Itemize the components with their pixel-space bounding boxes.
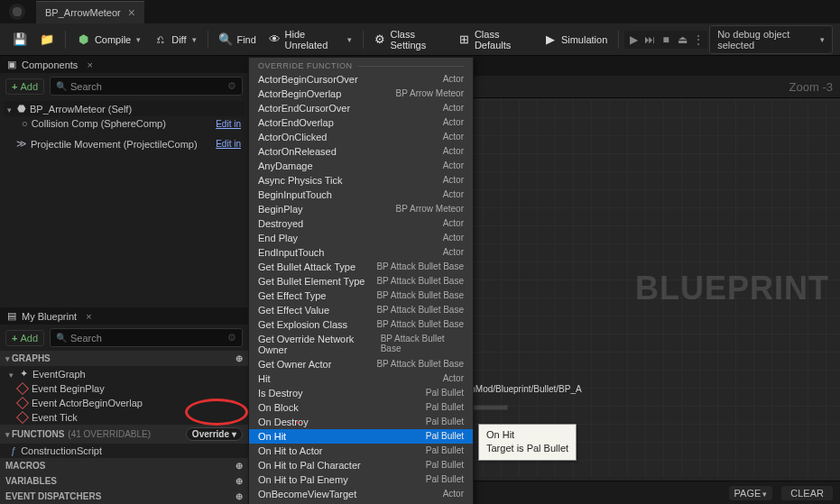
- gear-icon[interactable]: ⚙: [227, 80, 236, 92]
- override-item-get-bullet-attack-type[interactable]: Get Bullet Attack TypeBP Attack Bullet B…: [249, 260, 473, 274]
- edit-link[interactable]: Edit in: [216, 139, 241, 149]
- gear-icon[interactable]: ⚙: [227, 332, 236, 344]
- edit-link[interactable]: Edit in: [216, 119, 241, 129]
- myblueprint-header[interactable]: ▤ My Blueprint ×: [0, 307, 248, 325]
- event-beginplay[interactable]: Event BeginPlay: [0, 381, 248, 396]
- component-root[interactable]: ⬣BP_ArrowMeteor (Self): [4, 101, 245, 116]
- add-graph-button[interactable]: ⊕: [235, 353, 243, 363]
- functions-count: (41 OVERRIDABLE): [68, 429, 151, 439]
- override-item-class: Actor: [443, 117, 464, 128]
- override-item-on-hit[interactable]: On HitPal Bullet: [249, 429, 473, 444]
- event-graph-item[interactable]: ✦EventGraph: [0, 366, 248, 381]
- graphs-section[interactable]: GRAPHS⊕: [0, 351, 248, 366]
- override-item-class: Actor: [443, 160, 464, 171]
- browse-button[interactable]: 📁: [34, 29, 60, 50]
- dispatchers-section[interactable]: EVENT DISPATCHERS⊕: [0, 489, 248, 504]
- component-projectile[interactable]: ≫Projectile Movement (ProjectileComp)Edi…: [4, 136, 245, 151]
- components-header[interactable]: ▣ Components ×: [0, 56, 248, 73]
- diff-icon: ⎌: [153, 32, 168, 47]
- override-item-begininputtouch[interactable]: BeginInputTouchActor: [249, 188, 473, 202]
- clear-button[interactable]: CLEAR: [781, 486, 833, 500]
- sphere-icon: ○: [22, 118, 28, 129]
- override-item-class: Pal Bullet: [426, 445, 464, 456]
- override-item-class: BP Attack Bullet Base: [381, 334, 464, 355]
- override-item-endinputtouch[interactable]: EndInputTouchActor: [249, 245, 473, 260]
- simulation-button[interactable]: ▶Simulation: [538, 29, 613, 50]
- override-item-actorbeginoverlap[interactable]: ActorBeginOverlapBP Arrow Meteor: [249, 87, 473, 101]
- debug-object-selector[interactable]: No debug object selected: [709, 25, 833, 54]
- find-button[interactable]: 🔍Find: [213, 29, 261, 50]
- override-item-actorendcursorover[interactable]: ActorEndCursorOverActor: [249, 101, 473, 115]
- eject-button[interactable]: ⏏: [675, 32, 689, 47]
- section-label: MACROS: [5, 461, 45, 471]
- hide-unrelated-button[interactable]: 👁Hide Unrelated: [263, 25, 357, 54]
- compile-button[interactable]: ⬢Compile: [71, 29, 146, 50]
- add-blueprint-button[interactable]: Add: [5, 330, 44, 346]
- override-item-actoronreleased[interactable]: ActorOnReleasedActor: [249, 144, 473, 159]
- override-item-class: BP Attack Bullet Base: [376, 261, 464, 272]
- override-item-get-bullet-element-type[interactable]: Get Bullet Element TypeBP Attack Bullet …: [249, 274, 473, 289]
- file-tab[interactable]: BP_ArrowMeteor ×: [36, 1, 144, 23]
- myblueprint-search[interactable]: Search⚙: [50, 328, 243, 347]
- override-item-onbecomeviewtarget[interactable]: OnBecomeViewTargetActor: [249, 487, 473, 501]
- override-item-async-physics-tick[interactable]: Async Physics TickActor: [249, 173, 473, 188]
- close-icon[interactable]: ×: [86, 311, 91, 322]
- function-icon: ƒ: [11, 445, 16, 456]
- override-item-class: BP Attack Bullet Base: [376, 290, 464, 301]
- override-item-class: BP Arrow Meteor: [396, 204, 464, 215]
- component-collision[interactable]: ○Collision Comp (SphereComp)Edit in: [4, 116, 245, 131]
- override-item-class: Actor: [443, 189, 464, 200]
- override-item-on-hit-to-pal-character[interactable]: On Hit to Pal CharacterPal Bullet: [249, 458, 473, 472]
- debug-selector-label: No debug object selected: [717, 29, 815, 50]
- add-macro-button[interactable]: ⊕: [235, 461, 243, 471]
- override-item-on-destroy[interactable]: On DestroyPal Bullet: [249, 415, 473, 429]
- add-dispatcher-button[interactable]: ⊕: [235, 491, 243, 501]
- diff-label: Diff: [171, 34, 186, 45]
- override-item-get-explosion-class[interactable]: Get Explosion ClassBP Attack Bullet Base: [249, 317, 473, 332]
- override-button[interactable]: Override▾: [186, 427, 243, 441]
- override-item-hit[interactable]: HitActor: [249, 371, 473, 386]
- override-item-class: Actor: [443, 373, 464, 384]
- play-button[interactable]: ▶: [626, 32, 641, 47]
- override-item-label: Async Physics Tick: [258, 175, 343, 186]
- override-item-get-override-network-owner[interactable]: Get Override Network OwnerBP Attack Bull…: [249, 332, 473, 357]
- class-defaults-button[interactable]: ⊞Class Defaults: [453, 25, 536, 54]
- override-item-actorbegincursorover[interactable]: ActorBeginCursorOverActor: [249, 72, 473, 87]
- diff-button[interactable]: ⎌Diff: [148, 29, 201, 50]
- tooltip: On Hit Target is Pal Bullet: [478, 424, 577, 461]
- save-button[interactable]: 💾: [7, 29, 32, 50]
- override-item-end-play[interactable]: End PlayActor: [249, 231, 473, 245]
- override-item-get-owner-actor[interactable]: Get Owner ActorBP Attack Bullet Base: [249, 357, 473, 371]
- override-item-get-effect-type[interactable]: Get Effect TypeBP Attack Bullet Base: [249, 289, 473, 303]
- override-item-actorendoverlap[interactable]: ActorEndOverlapActor: [249, 115, 473, 130]
- stop-button[interactable]: ■: [659, 32, 673, 47]
- zoom-indicator: Zoom -3: [789, 80, 833, 94]
- file-tab-label: BP_ArrowMeteor: [45, 7, 121, 18]
- construction-script[interactable]: ƒConstructionScript: [0, 444, 248, 458]
- override-item-on-hit-to-pal-enemy[interactable]: On Hit to Pal EnemyPal Bullet: [249, 472, 473, 487]
- section-label: EVENT DISPATCHERS: [5, 491, 101, 501]
- event-actorbeginoverlap[interactable]: Event ActorBeginOverlap: [0, 396, 248, 410]
- functions-section[interactable]: FUNCTIONS (41 OVERRIDABLE) Override▾: [0, 425, 248, 444]
- override-item-beginplay[interactable]: BeginPlayBP Arrow Meteor: [249, 202, 473, 216]
- skip-button[interactable]: ⏭: [642, 32, 657, 47]
- close-icon[interactable]: ×: [128, 5, 135, 20]
- override-item-on-block[interactable]: On BlockPal Bullet: [249, 400, 473, 415]
- add-variable-button[interactable]: ⊕: [235, 476, 243, 486]
- macros-section[interactable]: MACROS⊕: [0, 458, 248, 473]
- override-item-destroyed[interactable]: DestroyedActor: [249, 216, 473, 231]
- page-selector[interactable]: PAGE: [729, 486, 773, 500]
- override-item-on-hit-to-actor[interactable]: On Hit to ActorPal Bullet: [249, 444, 473, 458]
- override-item-get-effect-value[interactable]: Get Effect ValueBP Attack Bullet Base: [249, 303, 473, 317]
- play-options-button[interactable]: ⋮: [691, 32, 706, 47]
- add-component-button[interactable]: Add: [5, 78, 44, 95]
- components-search[interactable]: Search⚙: [50, 77, 243, 96]
- variables-section[interactable]: VARIABLES⊕: [0, 473, 248, 489]
- class-settings-button[interactable]: ⚙Class Settings: [369, 25, 451, 54]
- override-item-is-destroy[interactable]: Is DestroyPal Bullet: [249, 386, 473, 400]
- override-item-anydamage[interactable]: AnyDamageActor: [249, 159, 473, 173]
- event-tick[interactable]: Event Tick: [0, 410, 248, 425]
- section-label: GRAPHS: [12, 353, 51, 363]
- close-icon[interactable]: ×: [87, 60, 92, 70]
- override-item-actoronclicked[interactable]: ActorOnClickedActor: [249, 130, 473, 144]
